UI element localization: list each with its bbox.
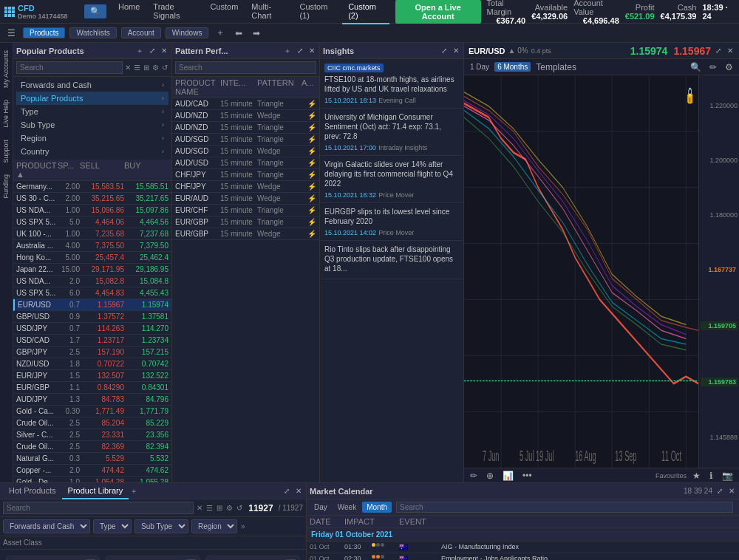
chart-star-button[interactable]: ★ <box>689 469 704 482</box>
sidebar-tab-my-accounts[interactable]: My Accounts <box>1 46 13 92</box>
more-filters-button[interactable]: » <box>240 519 246 533</box>
product-row[interactable]: Hong Ko... 5.00 25,457.4 25,462.4 <box>13 252 171 264</box>
asset-card-etfs[interactable]: ① 📊 ETFs 1084 <box>206 556 300 560</box>
popular-add-button[interactable]: ＋ <box>134 45 145 57</box>
chart-period-6months[interactable]: 6 Months <box>494 62 531 72</box>
category-country[interactable]: Country › <box>16 145 168 158</box>
tab-hot-products[interactable]: Hot Products <box>3 483 62 499</box>
nav-custom[interactable]: Custom <box>204 0 244 24</box>
product-lib-list-view[interactable]: ☰ <box>205 503 214 513</box>
product-row[interactable]: US 30 - C... 2.00 35,215.65 35,217.65 <box>13 193 171 205</box>
product-row[interactable]: AUD/JPY 1.3 84.783 84.796 <box>13 394 171 406</box>
pattern-row[interactable]: EUR/GBP 15 minute Triangle ⚡ <box>172 216 319 228</box>
sub-type-filter[interactable]: Sub Type <box>134 519 188 533</box>
account-nav-button[interactable]: Account <box>121 27 161 38</box>
product-lib-settings-button[interactable]: ⚙ <box>225 503 234 513</box>
pattern-row[interactable]: EUR/AUD 15 minute Wedge ⚡ <box>172 193 319 205</box>
pattern-row[interactable]: EUR/CHF 15 minute Triangle ⚡ <box>172 205 319 216</box>
product-lib-close-button[interactable]: ✕ <box>294 486 303 496</box>
nav-home[interactable]: Home <box>112 0 146 24</box>
products-nav-button[interactable]: Products <box>23 27 65 38</box>
tab-product-library[interactable]: Product Library <box>62 483 129 499</box>
chart-indicator-button[interactable]: 📊 <box>500 469 517 482</box>
nav-multi-chart[interactable]: Multi-Chart <box>245 0 292 24</box>
product-lib-refresh-button[interactable]: ↺ <box>236 503 243 513</box>
market-calendar-close-button[interactable]: ✕ <box>727 486 736 496</box>
pattern-expand-button[interactable]: ⤢ <box>296 46 304 55</box>
product-lib-add-button[interactable]: ＋ <box>129 485 139 497</box>
chart-draw-toolbar-button[interactable]: ✏ <box>467 469 480 482</box>
product-row[interactable]: US NDA... 2.0 15,082.8 15,084.8 <box>13 276 171 287</box>
product-row[interactable]: EUR/GBP 1.1 0.84290 0.84301 <box>13 382 171 394</box>
filter-icon-1[interactable]: ✕ <box>124 63 132 72</box>
product-row[interactable]: UK 100 -... 1.00 7,235.68 7,237.68 <box>13 228 171 240</box>
chart-templates-button[interactable]: Templates <box>533 61 579 74</box>
type-filter[interactable]: Type <box>93 519 132 533</box>
pattern-add-button[interactable]: ＋ <box>282 45 293 57</box>
category-type[interactable]: Type › <box>16 105 168 118</box>
pattern-row[interactable]: AUD/NZD 15 minute Triangle ⚡ <box>172 122 319 134</box>
chart-expand-button[interactable]: ⤢ <box>714 46 723 55</box>
product-row[interactable]: US NDA... 1.00 15,096.86 15,097.86 <box>13 205 171 216</box>
region-filter[interactable]: Region <box>191 519 237 533</box>
popular-expand-button[interactable]: ⤢ <box>148 46 157 55</box>
asset-card-commodities[interactable]: ① 🌾 Commodities 123 <box>6 556 100 560</box>
calendar-event-row[interactable]: 01 Oct 01:30 🇦🇺 AIG - Manufacturing Inde… <box>307 542 739 553</box>
cal-tab-month[interactable]: Month <box>362 502 392 513</box>
nav-custom2[interactable]: Custom (2) <box>342 0 389 24</box>
popular-search-input[interactable] <box>16 61 123 74</box>
insights-expand-button[interactable]: ⤢ <box>440 46 449 55</box>
asset-card-currencies[interactable]: ① 💱 Currencies 338 <box>106 556 200 560</box>
product-row[interactable]: US SPX 5... 5.0 4,464.06 4,464.56 <box>13 216 171 228</box>
sidebar-tab-funding[interactable]: Funding <box>1 170 13 203</box>
cal-tab-day[interactable]: Day <box>310 502 332 513</box>
pattern-row[interactable]: AUD/USD 15 minute Triangle ⚡ <box>172 157 319 169</box>
category-region[interactable]: Region › <box>16 132 168 145</box>
product-row[interactable]: EUR/USD 0.7 1.15967 1.15974 <box>13 299 171 311</box>
chart-close-button[interactable]: ✕ <box>726 46 735 55</box>
product-row[interactable]: EUR/JPY 1.5 132.507 132.522 <box>13 370 171 382</box>
pattern-row[interactable]: AUD/SGD 15 minute Triangle ⚡ <box>172 134 319 146</box>
chart-info-button[interactable]: ℹ <box>706 469 716 482</box>
market-calendar-expand-button[interactable]: ⤢ <box>715 486 724 496</box>
chart-more-button[interactable]: ••• <box>520 469 535 482</box>
insight-item[interactable]: Virgin Galactic slides over 14% after de… <box>320 156 463 203</box>
insight-item[interactable]: Rio Tinto slips back after disappointing… <box>320 241 463 279</box>
category-popular-products[interactable]: Popular Products › <box>16 92 168 105</box>
pattern-row[interactable]: AUD/NZD 15 minute Wedge ⚡ <box>172 110 319 122</box>
insights-close-button[interactable]: ✕ <box>452 46 460 55</box>
nav-back-button[interactable]: ⬅ <box>232 27 245 40</box>
pattern-row[interactable]: AUD/SGD 15 minute Wedge ⚡ <box>172 146 319 157</box>
pattern-row[interactable]: EUR/GBP 15 minute Wedge ⚡ <box>172 228 319 240</box>
product-row[interactable]: NZD/USD 1.8 0.70722 0.70742 <box>13 358 171 370</box>
nav-custom1[interactable]: Custom (1) <box>293 0 341 24</box>
pattern-row[interactable]: CHF/JPY 15 minute Wedge ⚡ <box>172 181 319 193</box>
product-row[interactable]: Silver - C... 2.5 23.331 23.356 <box>13 429 171 441</box>
product-row[interactable]: USD/CAD 1.7 1.23717 1.23734 <box>13 335 171 346</box>
insight-item[interactable]: CIIC cmc.markets FTSE100 at 18-month hig… <box>320 59 463 109</box>
product-lib-search[interactable] <box>3 502 194 514</box>
filter-icon-grid[interactable]: ⊞ <box>143 63 150 72</box>
insight-item[interactable]: University of Michigan Consumer Sentimen… <box>320 109 463 156</box>
product-row[interactable]: US SPX 5... 6.0 4,454.83 4,455.43 <box>13 287 171 299</box>
product-row[interactable]: Crude Oil... 2.5 82.369 82.394 <box>13 441 171 453</box>
product-row[interactable]: Gold - Ca... 0.30 1,771.49 1,771.79 <box>13 406 171 417</box>
product-row[interactable]: GBP/USD 0.9 1.37572 1.37581 <box>13 311 171 323</box>
cal-tab-week[interactable]: Week <box>333 502 361 513</box>
nav-trade-signals[interactable]: Trade Signals <box>147 0 202 24</box>
category-forwards-cash[interactable]: Forwards and Cash › <box>16 78 168 92</box>
filter-icon-settings[interactable]: ⚙ <box>151 63 160 72</box>
filter-icon-list[interactable]: ☰ <box>133 63 141 72</box>
product-row[interactable]: Germany... 2.00 15,583.51 15,585.51 <box>13 181 171 193</box>
product-row[interactable]: Natural G... 0.3 5.529 5.532 <box>13 453 171 465</box>
product-lib-close-search[interactable]: ✕ <box>196 503 203 513</box>
product-row[interactable]: Gold - De... 1.0 1,054.28 1,055.28 <box>13 477 171 482</box>
menu-toggle-button[interactable]: ☰ <box>4 27 18 40</box>
filter-icon-refresh[interactable]: ↺ <box>161 63 168 72</box>
pattern-row[interactable]: AUD/CAD 15 minute Triangle ⚡ <box>172 98 319 110</box>
product-row[interactable]: Australia ... 4.00 7,375.50 7,379.50 <box>13 240 171 252</box>
search-button[interactable]: 🔍 <box>84 4 106 18</box>
product-row[interactable]: GBP/JPY 2.5 157.190 157.215 <box>13 346 171 358</box>
chart-draw-button[interactable]: ✏ <box>706 61 720 74</box>
windows-nav-button[interactable]: Windows <box>166 27 209 38</box>
